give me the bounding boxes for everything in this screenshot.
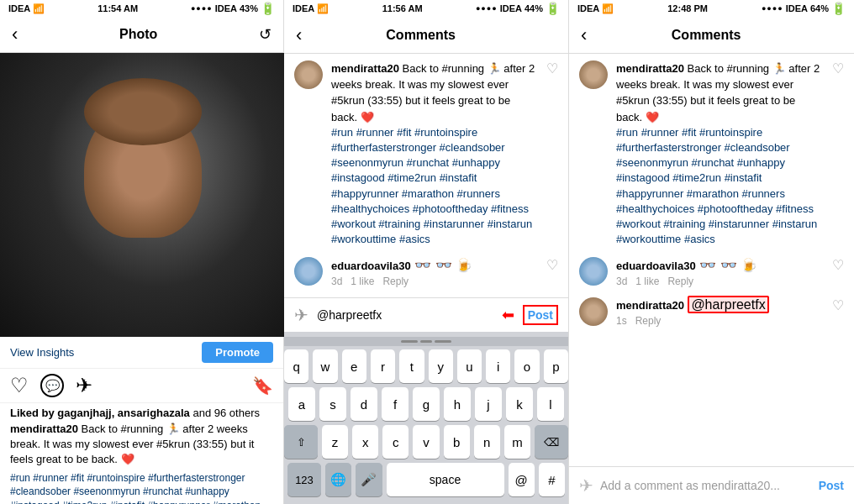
photo-image [0, 53, 284, 337]
status-left: IDEA 📶 [8, 3, 45, 14]
key-p[interactable]: p [544, 349, 568, 383]
comment-item-r1: mendiratta20 Back to #running 🏃 after 2 … [579, 60, 844, 247]
key-y[interactable]: y [429, 349, 453, 383]
key-k[interactable]: k [506, 387, 533, 421]
nav-bar-middle: ‹ Comments [284, 17, 568, 54]
comment-user-2: eduardoavila30 [331, 260, 411, 272]
battery-icon-r: 🔋 [831, 2, 846, 15]
signal-left: ●●●● [191, 4, 213, 13]
middle-panel: IDEA 📶 11:56 AM ●●●● IDEA 44% 🔋 ‹ Commen… [284, 0, 569, 504]
back-button-middle[interactable]: ‹ [296, 24, 302, 46]
share-icon[interactable]: ✈ [76, 374, 92, 397]
battery-icon-left: 🔋 [261, 2, 275, 15]
promote-button[interactable]: Promote [202, 342, 273, 363]
comment-extras-2: 👓 👓 🍺 [414, 258, 472, 272]
key-i[interactable]: i [486, 349, 510, 383]
reply-button-2[interactable]: Reply [382, 276, 409, 287]
comment-avatar-r1[interactable] [579, 60, 608, 89]
key-c[interactable]: c [382, 425, 409, 459]
key-g[interactable]: g [413, 387, 440, 421]
key-u[interactable]: u [457, 349, 482, 383]
key-m[interactable]: m [504, 425, 530, 459]
comment-item-2: eduardoavila30 👓 👓 🍺 3d 1 like Reply ♡ [294, 257, 558, 287]
keyboard: q w e r t y u i o p a s d f g h j k l ⇧ … [284, 332, 568, 504]
comment-item-r2: eduardoavila30 👓 👓 🍺 3d 1 like Reply ♡ [579, 257, 844, 287]
like-comment-icon-r1[interactable]: ♡ [832, 60, 844, 76]
send-icon-right: ✈ [579, 475, 593, 496]
status-right: ●●●● IDEA 43% 🔋 [191, 2, 275, 15]
comment-body-r3: mendiratta20 @harpreetfx 1s Reply [616, 297, 824, 327]
signal-r: ●●●● [762, 4, 783, 13]
comment-icon[interactable]: 💬 [40, 374, 64, 397]
post-button-right[interactable]: Post [819, 479, 844, 492]
like-comment-icon-r3[interactable]: ♡ [832, 297, 844, 313]
key-x[interactable]: x [352, 425, 378, 459]
comment-meta-r2: 3d 1 like Reply [616, 276, 824, 287]
key-e[interactable]: e [342, 349, 366, 383]
insights-bar: View Insights Promote [0, 337, 283, 369]
status-right-r: ●●●● IDEA 64% 🔋 [762, 2, 846, 15]
like-comment-icon-1[interactable]: ♡ [546, 60, 558, 76]
key-123[interactable]: 123 [287, 463, 321, 496]
key-t[interactable]: t [399, 349, 424, 383]
key-globe[interactable]: 🌐 [325, 463, 351, 496]
comment-input-area: ✈ @harpreetfx ⬅ Post [284, 297, 568, 332]
comment-avatar-2[interactable] [294, 257, 323, 286]
key-shift[interactable]: ⇧ [284, 425, 318, 459]
key-w[interactable]: w [313, 349, 337, 383]
key-b[interactable]: b [444, 425, 470, 459]
liked-by-users: Liked by gaganjhajj, ansarighazala [10, 407, 190, 419]
bookmark-icon[interactable]: 🔖 [252, 375, 273, 396]
key-mic[interactable]: 🎤 [356, 463, 382, 496]
like-comment-icon-r2[interactable]: ♡ [832, 257, 844, 273]
nav-bar-left: ‹ Photo ↺ [0, 17, 283, 53]
like-comment-icon-2[interactable]: ♡ [546, 257, 558, 273]
comment-avatar-1[interactable] [294, 60, 323, 89]
comment-input-field[interactable]: @harpreetfx [317, 308, 493, 322]
comment-avatar-r2[interactable] [579, 257, 608, 286]
back-button-left[interactable]: ‹ [12, 24, 18, 45]
battery-left: 43% [240, 3, 258, 13]
key-l[interactable]: l [537, 387, 564, 421]
key-q[interactable]: q [284, 349, 308, 383]
key-at[interactable]: @ [509, 463, 535, 496]
nav-bar-right: ‹ Comments [569, 17, 854, 54]
nav-title-right: Comments [672, 28, 741, 43]
add-comment-field[interactable]: Add a comment as mendiratta20... [600, 479, 812, 492]
status-right-m: ●●●● IDEA 44% 🔋 [476, 2, 560, 15]
key-h[interactable]: h [444, 387, 471, 421]
reply-button-r2[interactable]: Reply [667, 276, 693, 287]
view-insights-link[interactable]: View Insights [10, 346, 74, 359]
carrier-m: IDEA [293, 3, 314, 13]
key-v[interactable]: v [413, 425, 439, 459]
back-button-right[interactable]: ‹ [581, 24, 587, 46]
key-f[interactable]: f [382, 387, 409, 421]
refresh-icon[interactable]: ↺ [259, 25, 271, 44]
key-s[interactable]: s [319, 387, 346, 421]
key-a[interactable]: a [288, 387, 315, 421]
caption-username: mendiratta20 [10, 423, 78, 435]
comment-body-2: eduardoavila30 👓 👓 🍺 3d 1 like Reply [331, 257, 538, 287]
post-button-middle[interactable]: Post [523, 305, 558, 325]
signal-m: ●●●● [476, 4, 498, 13]
key-z[interactable]: z [322, 425, 348, 459]
comment-avatar-r3[interactable] [579, 297, 608, 326]
keyboard-row-4: 123 🌐 🎤 space @ # [284, 463, 568, 496]
like-icon[interactable]: ♡ [10, 374, 29, 397]
key-d[interactable]: d [351, 387, 377, 421]
status-bar-left: IDEA 📶 11:54 AM ●●●● IDEA 43% 🔋 [0, 0, 283, 17]
key-delete[interactable]: ⌫ [535, 425, 568, 459]
key-r[interactable]: r [371, 349, 395, 383]
left-panel: IDEA 📶 11:54 AM ●●●● IDEA 43% 🔋 ‹ Photo … [0, 0, 284, 504]
comment-meta-r3: 1s Reply [616, 315, 824, 327]
reply-button-r3[interactable]: Reply [635, 315, 662, 327]
key-j[interactable]: j [475, 387, 502, 421]
carrier-left: IDEA [8, 3, 30, 13]
key-n[interactable]: n [474, 425, 500, 459]
comment-extras-r2: 👓 👓 🍺 [699, 258, 757, 272]
status-left-m: IDEA 📶 [293, 3, 329, 14]
key-hash[interactable]: # [539, 463, 565, 496]
key-space[interactable]: space [387, 463, 504, 496]
comment-item-r3: mendiratta20 @harpreetfx 1s Reply ♡ [579, 297, 844, 327]
key-o[interactable]: o [514, 349, 539, 383]
